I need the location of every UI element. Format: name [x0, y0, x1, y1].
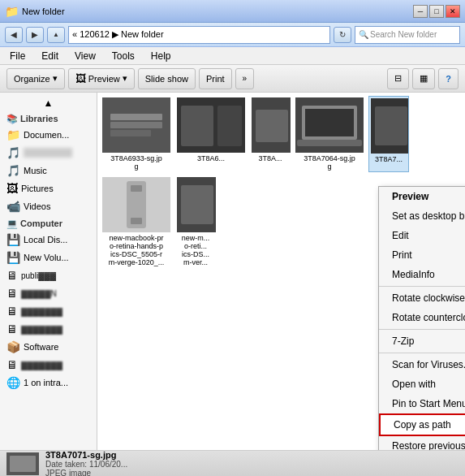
ctx-7zip[interactable]: 7-Zip ▶	[379, 331, 465, 351]
file-item-f2[interactable]: 3T8A6...	[175, 96, 247, 172]
localdisk-label: Local Dis...	[24, 235, 67, 244]
localdisk-icon: 💾	[6, 233, 20, 246]
sidebar-scroll-up[interactable]: ▲	[0, 96, 97, 110]
sidebar-item-localdisk[interactable]: 💾 Local Dis...	[0, 231, 97, 249]
back-button[interactable]: ◀	[5, 27, 23, 43]
file-item-f7[interactable]: new-m...o-reti...ics-DS...m-ver...	[175, 175, 216, 268]
public-icon: 🖥	[6, 269, 18, 282]
blurred1-icon: 🎵	[6, 146, 20, 159]
ctx-rotate-cw[interactable]: Rotate clockwise	[379, 288, 465, 308]
menu-edit[interactable]: Edit	[38, 49, 62, 63]
ctx-print[interactable]: Print	[379, 245, 465, 265]
thumb-f5-label: 3T8A7...	[371, 155, 407, 163]
sidebar-item-newvol[interactable]: 💾 New Volu...	[0, 249, 97, 266]
ctx-desktop-bg[interactable]: Set as desktop background	[379, 206, 465, 226]
file-item-f6[interactable]: new-macbook-pro-retina-hands-pics-DSC_55…	[101, 175, 172, 268]
thumb-f1	[102, 97, 170, 153]
refresh-button[interactable]: ↻	[334, 27, 351, 43]
thumb-f1-label: 3T8A6933-sg.jpg	[102, 154, 170, 171]
ctx-print-label: Print	[392, 249, 412, 261]
sidebar-item-b2[interactable]: 🖥 ▓▓▓▓▓N	[0, 284, 97, 302]
intranet-label: 1 on intra...	[24, 378, 68, 387]
sidebar-item-videos[interactable]: 📹 Videos	[0, 197, 97, 215]
details-button[interactable]: ▦	[412, 68, 435, 89]
file-item-f5[interactable]: 3T8A7...	[368, 96, 409, 172]
sidebar-item-b3[interactable]: 🖥 ▓▓▓▓▓▓▓	[0, 302, 97, 320]
organize-label: Organize	[14, 74, 50, 84]
pictures-icon: 🖼	[6, 182, 18, 195]
up-button[interactable]: ▲	[47, 27, 65, 43]
ctx-mediainfo-label: MediaInfo	[392, 269, 435, 280]
sidebar-section-libraries: 📚 Libraries	[0, 110, 97, 126]
more-button[interactable]: »	[235, 68, 255, 89]
address-input[interactable]: « 120612 ▶ New folder	[68, 26, 330, 44]
view-button[interactable]: ⊟	[387, 68, 409, 89]
maximize-button[interactable]: □	[429, 5, 444, 18]
svg-rect-14	[375, 106, 407, 145]
ctx-open-with[interactable]: Open with ▶	[379, 374, 465, 394]
thumb-f4-label: 3T8A7064-sg.jpg	[295, 154, 364, 171]
window-title: New folder	[22, 6, 65, 16]
ctx-mediainfo[interactable]: MediaInfo	[379, 265, 465, 284]
ctx-edit[interactable]: Edit	[379, 226, 465, 245]
pictures-label: Pictures	[21, 184, 54, 193]
blurred1-label	[24, 148, 72, 158]
file-item-f3[interactable]: 3T8A...	[250, 96, 291, 172]
help-button[interactable]: ?	[438, 68, 459, 89]
status-date: Date taken: 11/06/20...	[45, 460, 127, 469]
ctx-scan[interactable]: Scan for Viruses...	[379, 355, 465, 374]
menu-tools[interactable]: Tools	[109, 49, 138, 63]
ctx-rotate-ccw[interactable]: Rotate counterclockwise	[379, 308, 465, 327]
ctx-rotate-ccw-label: Rotate counterclockwise	[392, 312, 465, 323]
svg-rect-20	[181, 185, 213, 224]
sidebar-item-b5[interactable]: 🖥 ▓▓▓▓▓▓▓	[0, 356, 97, 374]
music-label: Music	[24, 166, 47, 175]
search-placeholder: Search New folder	[370, 30, 437, 39]
ctx-edit-label: Edit	[392, 230, 409, 241]
sidebar-item-blurred1[interactable]: 🎵	[0, 144, 97, 162]
b3-icon: 🖥	[6, 305, 18, 318]
ctx-pin-start[interactable]: Pin to Start Menu	[379, 394, 465, 413]
sidebar-item-music[interactable]: 🎵 Music	[0, 162, 97, 180]
organize-button[interactable]: Organize ▾	[6, 68, 65, 89]
preview-label: Preview	[88, 74, 120, 84]
slideshow-button[interactable]: Slide show	[138, 68, 196, 89]
videos-icon: 📹	[6, 200, 20, 213]
preview-icon: 🖼	[75, 72, 86, 84]
sidebar-item-documents[interactable]: 📁 Documen...	[0, 126, 97, 144]
sidebar-item-public[interactable]: 🖥 publi▓▓▓	[0, 266, 97, 284]
menu-help[interactable]: Help	[148, 49, 174, 63]
ctx-rotate-cw-label: Rotate clockwise	[392, 292, 465, 304]
ctx-copy-path-label: Copy as path	[394, 419, 451, 431]
ctx-sep3	[379, 353, 465, 353]
menu-file[interactable]: File	[6, 49, 28, 63]
forward-button[interactable]: ▶	[26, 27, 44, 43]
sidebar-item-software[interactable]: 📦 Software	[0, 338, 97, 356]
file-item-f4[interactable]: 3T8A7064-sg.jpg	[294, 96, 365, 172]
file-item-f1[interactable]: 3T8A6933-sg.jpg	[101, 96, 172, 172]
ctx-preview[interactable]: Preview	[379, 187, 465, 206]
help-icon: ?	[446, 74, 451, 84]
preview-button[interactable]: 🖼 Preview ▾	[68, 68, 135, 89]
libraries-icon: 📚	[6, 114, 18, 123]
b5-icon: 🖥	[6, 358, 18, 371]
b5-label: ▓▓▓▓▓▓▓	[21, 361, 62, 370]
main-area: ▲ 📚 Libraries 📁 Documen... 🎵 🎵 Music 🖼 P…	[0, 93, 465, 450]
sidebar-item-pictures[interactable]: 🖼 Pictures	[0, 180, 97, 197]
sidebar-item-intranet[interactable]: 🌐 1 on intra...	[0, 374, 97, 392]
thumb-f6-label: new-macbook-pro-retina-hands-pics-DSC_55…	[102, 234, 170, 266]
search-box[interactable]: 🔍 Search New folder	[355, 26, 460, 44]
toolbar: Organize ▾ 🖼 Preview ▾ Slide show Print …	[0, 65, 465, 93]
menu-view[interactable]: View	[71, 49, 99, 63]
b3-label: ▓▓▓▓▓▓▓	[21, 307, 62, 316]
svg-rect-8	[256, 110, 288, 142]
newvol-icon: 💾	[6, 251, 20, 264]
sidebar-item-b4[interactable]: 🖥 ▓▓▓▓▓▓▓	[0, 320, 97, 338]
newvol-label: New Volu...	[24, 253, 69, 262]
ctx-copy-path[interactable]: Copy as path	[379, 413, 465, 436]
ctx-restore-prev[interactable]: Restore previous versions	[379, 436, 465, 450]
print-button[interactable]: Print	[199, 68, 232, 89]
thumb-f2-label: 3T8A6...	[177, 154, 245, 162]
minimize-button[interactable]: ─	[413, 5, 428, 18]
close-button[interactable]: ✕	[446, 5, 460, 18]
